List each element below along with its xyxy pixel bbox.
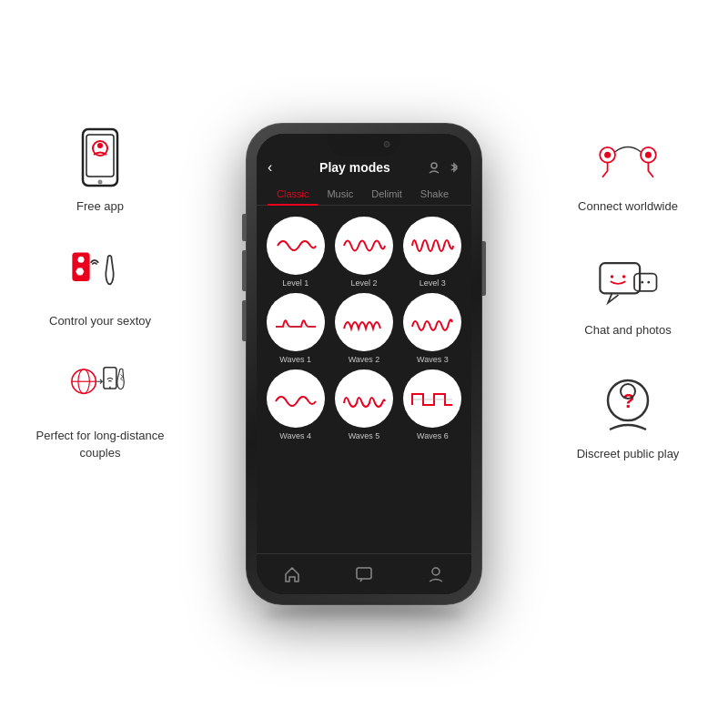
mode-circle-waves6[interactable] (403, 369, 461, 428)
header-icons (424, 161, 460, 174)
phone-screen-area: ‹ Play modes (257, 134, 471, 594)
tab-classic[interactable]: Classic (268, 183, 318, 205)
mode-waves2[interactable]: Waves 2 (332, 293, 395, 364)
tab-delimit[interactable]: Delimit (362, 183, 411, 205)
phone-reflection (264, 605, 464, 623)
mode-circle-waves1[interactable] (267, 293, 325, 351)
svg-text:?: ? (622, 389, 634, 412)
main-container: Free app ⬣ Control your sextoy (0, 0, 728, 728)
app-screen: ‹ Play modes (257, 134, 471, 594)
svg-point-4 (97, 180, 102, 185)
discreet-icon: ? (596, 375, 660, 439)
home-nav-icon[interactable] (283, 565, 301, 583)
free-app-label: Free app (76, 198, 124, 215)
mode-label-waves1: Waves 1 (279, 355, 311, 364)
mode-tabs: Classic Music Delimit Shake (257, 183, 471, 206)
tab-music[interactable]: Music (318, 183, 362, 205)
mode-circle-waves3[interactable] (403, 293, 461, 351)
left-features: Free app ⬣ Control your sextoy (27, 127, 173, 461)
svg-point-19 (604, 151, 611, 157)
mode-label-waves2: Waves 2 (349, 355, 380, 364)
svg-point-6 (78, 257, 85, 263)
svg-point-23 (611, 275, 614, 278)
mode-circle-waves2[interactable] (335, 293, 393, 351)
svg-point-3 (97, 143, 103, 148)
mode-waves5[interactable]: Waves 5 (332, 369, 395, 440)
svg-rect-16 (357, 568, 371, 579)
svg-point-26 (641, 281, 643, 284)
phone-device: ‹ Play modes (246, 123, 482, 605)
mode-circle-level1[interactable] (267, 217, 325, 275)
chat-icon (596, 251, 660, 315)
svg-point-13 (431, 163, 437, 168)
discreet-label: Discreet public play (577, 446, 680, 462)
tab-shake[interactable]: Shake (411, 183, 458, 205)
free-app-icon (68, 127, 132, 191)
mode-waves4[interactable]: Waves 4 (264, 369, 327, 440)
app-title: Play modes (286, 160, 424, 175)
mode-waves1[interactable]: Waves 1 (264, 293, 327, 364)
longdistance-icon (68, 357, 132, 420)
mode-label-level3: Level 3 (420, 278, 446, 288)
user-icon (428, 161, 440, 174)
chat-nav-icon[interactable] (355, 565, 373, 583)
mode-circle-waves5[interactable] (335, 369, 393, 428)
profile-nav-icon[interactable] (427, 565, 445, 583)
feature-longdistance: Perfect for long-distance couples (27, 357, 173, 460)
feature-chat: Chat and photos (555, 251, 701, 339)
mode-circle-level2[interactable] (335, 217, 393, 275)
svg-point-27 (647, 281, 650, 284)
back-button[interactable]: ‹ (268, 159, 286, 176)
control-label: Control your sextoy (49, 313, 151, 329)
svg-rect-25 (634, 274, 657, 291)
svg-point-17 (432, 568, 440, 575)
mode-label-waves4: Waves 4 (279, 431, 311, 440)
mode-label-level2: Level 2 (350, 278, 377, 288)
chat-label: Chat and photos (584, 322, 671, 339)
mode-waves3[interactable]: Waves 3 (401, 293, 464, 364)
mode-label-level1: Level 1 (282, 278, 308, 288)
svg-point-21 (645, 151, 652, 157)
mode-label-waves6: Waves 6 (417, 431, 449, 440)
feature-connect: Connect worldwide (555, 127, 701, 215)
bluetooth-icon (448, 161, 460, 174)
mode-grid: Level 1 Level 2 (257, 213, 471, 444)
mode-label-waves5: Waves 5 (349, 431, 380, 440)
mode-circle-waves4[interactable] (267, 369, 325, 428)
right-features: Connect worldwide C (555, 127, 701, 463)
svg-point-24 (622, 275, 626, 278)
mode-waves6[interactable]: Waves 6 (401, 369, 464, 440)
connect-icon (596, 127, 660, 191)
feature-control: ⬣ Control your sextoy (27, 242, 173, 329)
mode-level2[interactable]: Level 2 (332, 217, 395, 288)
mode-level1[interactable]: Level 1 (264, 217, 327, 288)
mode-label-waves3: Waves 3 (417, 355, 449, 364)
mode-circle-level3[interactable] (403, 217, 461, 275)
mode-level3[interactable]: Level 3 (401, 217, 464, 288)
svg-text:⬣: ⬣ (76, 266, 85, 277)
feature-discreet: ? Discreet public play (555, 375, 701, 462)
connect-label: Connect worldwide (578, 198, 678, 215)
phone-body: ‹ Play modes (246, 123, 482, 605)
feature-free-app: Free app (27, 127, 173, 215)
app-bottom-nav (257, 553, 471, 594)
longdistance-label: Perfect for long-distance couples (27, 428, 173, 460)
control-icon: ⬣ (68, 242, 132, 306)
